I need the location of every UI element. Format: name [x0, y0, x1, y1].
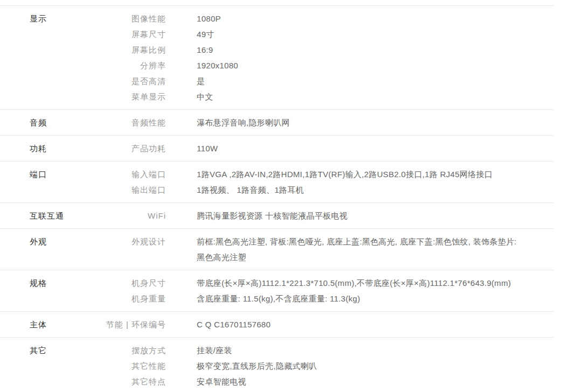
row-label: 输出端口: [94, 182, 166, 198]
row-value: 16:9: [197, 42, 544, 58]
section-rows: 机身尺寸 带底座(长×厚×高)1112.1*221.3*710.5(mm),不带…: [94, 275, 554, 306]
spec-section-main: 主体 节能 | 环保编号 C Q C16701157680: [0, 312, 554, 338]
row-label: 分辨率: [94, 58, 166, 73]
spec-section-power: 功耗 产品功耗 110W: [0, 136, 554, 162]
row-label: 节能 | 环保编号: [94, 317, 166, 332]
row-value: 中文: [197, 89, 544, 104]
section-category: 主体: [0, 317, 94, 332]
row-label: 屏幕比例: [94, 42, 166, 58]
row-label: WiFi: [94, 208, 166, 223]
row-label: 其它性能: [94, 358, 166, 374]
row-value: C Q C16701157680: [197, 317, 544, 332]
row-value: 安卓智能电视: [197, 374, 544, 389]
row-value: 49寸: [197, 26, 544, 42]
section-category: 显示: [0, 11, 94, 26]
spec-row: 外观设计 前框:黑色高光注塑, 背板:黑色哑光, 底座上盖:黑色高光, 底座下盖…: [94, 234, 554, 265]
spec-row: 图像性能 1080P: [94, 11, 554, 26]
spec-row: 屏幕尺寸 49寸: [94, 26, 554, 42]
spec-row: 输入端口 1路VGA ,2路AV-IN,2路HDMI,1路TV(RF)输入,2路…: [94, 166, 554, 182]
section-rows: WiFi 腾讯海量影视资源 十核智能液晶平板电视: [94, 208, 554, 223]
row-label: 音频性能: [94, 115, 166, 130]
row-value: 挂装/座装: [197, 342, 544, 358]
row-label: 屏幕尺寸: [94, 26, 166, 42]
row-label: 机身尺寸: [94, 275, 166, 291]
row-value: 1920x1080: [197, 58, 544, 73]
section-category: 功耗: [0, 141, 94, 156]
section-category: 端口: [0, 166, 94, 182]
row-value: 1路视频、 1路音频、1路耳机: [197, 182, 544, 198]
spec-section-appearance: 外观 外观设计 前框:黑色高光注塑, 背板:黑色哑光, 底座上盖:黑色高光, 底…: [0, 229, 554, 270]
spec-section-other: 其它 摆放方式 挂装/座装 其它性能 极窄变宽,直线形后壳,隐藏式喇叭 其它特点…: [0, 338, 554, 392]
spec-row: 其它性能 极窄变宽,直线形后壳,隐藏式喇叭: [94, 358, 554, 374]
spec-section-display: 显示 图像性能 1080P 屏幕尺寸 49寸 屏幕比例 16:9 分辨率 192…: [0, 6, 554, 110]
spec-row: 摆放方式 挂装/座装: [94, 342, 554, 358]
row-value: 带底座(长×厚×高)1112.1*221.3*710.5(mm),不带底座(长×…: [197, 275, 544, 291]
section-rows: 音频性能 瀑布悬浮音响,隐形喇叭网: [94, 115, 554, 130]
spec-row: 机身尺寸 带底座(长×厚×高)1112.1*221.3*710.5(mm),不带…: [94, 275, 554, 291]
section-rows: 输入端口 1路VGA ,2路AV-IN,2路HDMI,1路TV(RF)输入,2路…: [94, 166, 554, 198]
spec-row: 菜单显示 中文: [94, 89, 554, 104]
row-value: 瀑布悬浮音响,隐形喇叭网: [197, 115, 544, 130]
row-label: 其它特点: [94, 374, 166, 389]
section-rows: 节能 | 环保编号 C Q C16701157680: [94, 317, 554, 332]
row-label: 机身重量: [94, 291, 166, 306]
section-category: 外观: [0, 234, 94, 249]
spec-row: 是否高清 是: [94, 73, 554, 89]
spec-row: 节能 | 环保编号 C Q C16701157680: [94, 317, 554, 332]
row-label: 输入端口: [94, 166, 166, 182]
spec-section-ports: 端口 输入端口 1路VGA ,2路AV-IN,2路HDMI,1路TV(RF)输入…: [0, 162, 554, 203]
spec-row: 其它特点 安卓智能电视: [94, 374, 554, 389]
spec-row: 屏幕比例 16:9: [94, 42, 554, 58]
spec-row: WiFi 腾讯海量影视资源 十核智能液晶平板电视: [94, 208, 554, 223]
section-rows: 摆放方式 挂装/座装 其它性能 极窄变宽,直线形后壳,隐藏式喇叭 其它特点 安卓…: [94, 342, 554, 389]
row-label: 图像性能: [94, 11, 166, 26]
row-label: 摆放方式: [94, 342, 166, 358]
spec-section-dimensions: 规格 机身尺寸 带底座(长×厚×高)1112.1*221.3*710.5(mm)…: [0, 270, 554, 312]
row-label: 产品功耗: [94, 141, 166, 156]
spec-row: 分辨率 1920x1080: [94, 58, 554, 73]
section-category: 其它: [0, 342, 94, 358]
row-value: 前框:黑色高光注塑, 背板:黑色哑光, 底座上盖:黑色高光, 底座下盖:黑色蚀纹…: [197, 234, 544, 265]
spec-row: 输出端口 1路视频、 1路音频、1路耳机: [94, 182, 554, 198]
row-value: 极窄变宽,直线形后壳,隐藏式喇叭: [197, 358, 544, 374]
row-value: 腾讯海量影视资源 十核智能液晶平板电视: [197, 208, 544, 223]
section-category: 互联互通: [0, 208, 94, 223]
section-rows: 产品功耗 110W: [94, 141, 554, 156]
row-value: 是: [197, 73, 544, 89]
row-value: 含底座重量: 11.5(kg),不含底座重量: 11.3(kg): [197, 291, 544, 306]
spec-row: 机身重量 含底座重量: 11.5(kg),不含底座重量: 11.3(kg): [94, 291, 554, 306]
row-label: 是否高清: [94, 73, 166, 89]
spec-row: 产品功耗 110W: [94, 141, 554, 156]
spec-section-audio: 音频 音频性能 瀑布悬浮音响,隐形喇叭网: [0, 110, 554, 136]
section-rows: 外观设计 前框:黑色高光注塑, 背板:黑色哑光, 底座上盖:黑色高光, 底座下盖…: [94, 234, 554, 265]
row-label: 菜单显示: [94, 89, 166, 104]
section-rows: 图像性能 1080P 屏幕尺寸 49寸 屏幕比例 16:9 分辨率 1920x1…: [94, 11, 554, 104]
row-value: 110W: [197, 141, 544, 156]
row-label: 外观设计: [94, 234, 166, 249]
spec-row: 音频性能 瀑布悬浮音响,隐形喇叭网: [94, 115, 554, 130]
section-category: 音频: [0, 115, 94, 130]
row-value: 1路VGA ,2路AV-IN,2路HDMI,1路TV(RF)输入,2路USB2.…: [197, 166, 544, 182]
spec-section-connectivity: 互联互通 WiFi 腾讯海量影视资源 十核智能液晶平板电视: [0, 203, 554, 229]
spec-table: 显示 图像性能 1080P 屏幕尺寸 49寸 屏幕比例 16:9 分辨率 192…: [0, 5, 554, 392]
row-value: 1080P: [197, 11, 544, 26]
section-category: 规格: [0, 275, 94, 291]
